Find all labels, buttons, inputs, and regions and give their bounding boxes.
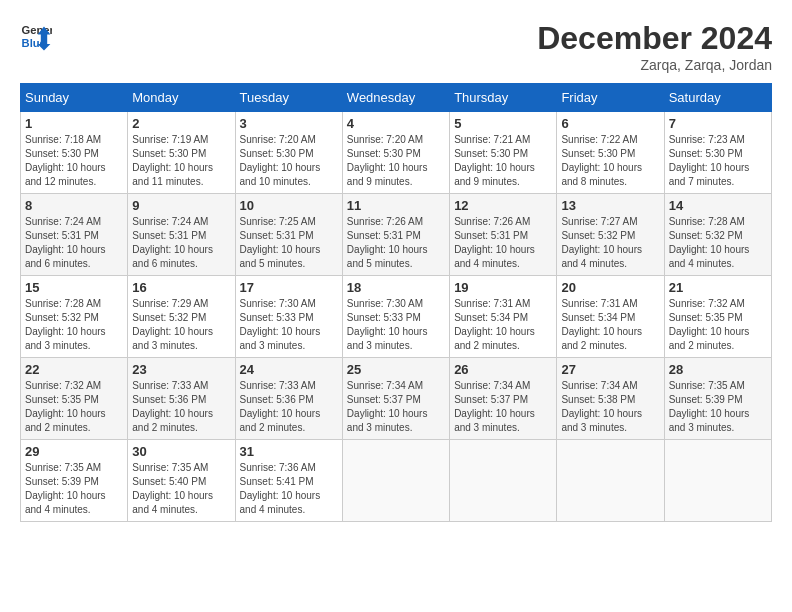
day-info: Sunrise: 7:30 AM Sunset: 5:33 PM Dayligh… <box>347 297 445 353</box>
day-number: 5 <box>454 116 552 131</box>
day-number: 2 <box>132 116 230 131</box>
calendar-cell <box>557 440 664 522</box>
day-info: Sunrise: 7:28 AM Sunset: 5:32 PM Dayligh… <box>669 215 767 271</box>
day-number: 23 <box>132 362 230 377</box>
calendar-week-1: 1 Sunrise: 7:18 AM Sunset: 5:30 PM Dayli… <box>21 112 772 194</box>
calendar-header-row: SundayMondayTuesdayWednesdayThursdayFrid… <box>21 84 772 112</box>
calendar-cell: 2 Sunrise: 7:19 AM Sunset: 5:30 PM Dayli… <box>128 112 235 194</box>
calendar-table: SundayMondayTuesdayWednesdayThursdayFrid… <box>20 83 772 522</box>
calendar-cell: 29 Sunrise: 7:35 AM Sunset: 5:39 PM Dayl… <box>21 440 128 522</box>
day-info: Sunrise: 7:32 AM Sunset: 5:35 PM Dayligh… <box>25 379 123 435</box>
day-number: 4 <box>347 116 445 131</box>
day-info: Sunrise: 7:25 AM Sunset: 5:31 PM Dayligh… <box>240 215 338 271</box>
day-info: Sunrise: 7:34 AM Sunset: 5:38 PM Dayligh… <box>561 379 659 435</box>
day-number: 21 <box>669 280 767 295</box>
calendar-cell <box>342 440 449 522</box>
month-title: December 2024 <box>537 20 772 57</box>
calendar-cell: 24 Sunrise: 7:33 AM Sunset: 5:36 PM Dayl… <box>235 358 342 440</box>
location: Zarqa, Zarqa, Jordan <box>537 57 772 73</box>
calendar-cell: 6 Sunrise: 7:22 AM Sunset: 5:30 PM Dayli… <box>557 112 664 194</box>
calendar-cell: 4 Sunrise: 7:20 AM Sunset: 5:30 PM Dayli… <box>342 112 449 194</box>
day-number: 10 <box>240 198 338 213</box>
calendar-cell: 19 Sunrise: 7:31 AM Sunset: 5:34 PM Dayl… <box>450 276 557 358</box>
day-info: Sunrise: 7:33 AM Sunset: 5:36 PM Dayligh… <box>240 379 338 435</box>
calendar-cell: 21 Sunrise: 7:32 AM Sunset: 5:35 PM Dayl… <box>664 276 771 358</box>
page-header: General Blue December 2024 Zarqa, Zarqa,… <box>20 20 772 73</box>
day-number: 31 <box>240 444 338 459</box>
calendar-cell: 31 Sunrise: 7:36 AM Sunset: 5:41 PM Dayl… <box>235 440 342 522</box>
day-info: Sunrise: 7:35 AM Sunset: 5:40 PM Dayligh… <box>132 461 230 517</box>
calendar-cell: 25 Sunrise: 7:34 AM Sunset: 5:37 PM Dayl… <box>342 358 449 440</box>
day-number: 12 <box>454 198 552 213</box>
day-number: 8 <box>25 198 123 213</box>
logo-icon: General Blue <box>20 20 52 52</box>
calendar-cell: 10 Sunrise: 7:25 AM Sunset: 5:31 PM Dayl… <box>235 194 342 276</box>
weekday-header-tuesday: Tuesday <box>235 84 342 112</box>
calendar-week-5: 29 Sunrise: 7:35 AM Sunset: 5:39 PM Dayl… <box>21 440 772 522</box>
day-info: Sunrise: 7:20 AM Sunset: 5:30 PM Dayligh… <box>240 133 338 189</box>
calendar-week-3: 15 Sunrise: 7:28 AM Sunset: 5:32 PM Dayl… <box>21 276 772 358</box>
calendar-body: 1 Sunrise: 7:18 AM Sunset: 5:30 PM Dayli… <box>21 112 772 522</box>
weekday-header-thursday: Thursday <box>450 84 557 112</box>
day-number: 15 <box>25 280 123 295</box>
day-number: 19 <box>454 280 552 295</box>
weekday-header-friday: Friday <box>557 84 664 112</box>
day-number: 17 <box>240 280 338 295</box>
day-number: 28 <box>669 362 767 377</box>
calendar-cell: 5 Sunrise: 7:21 AM Sunset: 5:30 PM Dayli… <box>450 112 557 194</box>
calendar-cell: 20 Sunrise: 7:31 AM Sunset: 5:34 PM Dayl… <box>557 276 664 358</box>
calendar-cell: 1 Sunrise: 7:18 AM Sunset: 5:30 PM Dayli… <box>21 112 128 194</box>
day-info: Sunrise: 7:26 AM Sunset: 5:31 PM Dayligh… <box>347 215 445 271</box>
calendar-cell: 3 Sunrise: 7:20 AM Sunset: 5:30 PM Dayli… <box>235 112 342 194</box>
calendar-cell: 18 Sunrise: 7:30 AM Sunset: 5:33 PM Dayl… <box>342 276 449 358</box>
day-info: Sunrise: 7:34 AM Sunset: 5:37 PM Dayligh… <box>454 379 552 435</box>
calendar-cell: 15 Sunrise: 7:28 AM Sunset: 5:32 PM Dayl… <box>21 276 128 358</box>
calendar-cell: 23 Sunrise: 7:33 AM Sunset: 5:36 PM Dayl… <box>128 358 235 440</box>
day-number: 29 <box>25 444 123 459</box>
day-number: 24 <box>240 362 338 377</box>
day-info: Sunrise: 7:21 AM Sunset: 5:30 PM Dayligh… <box>454 133 552 189</box>
calendar-cell: 7 Sunrise: 7:23 AM Sunset: 5:30 PM Dayli… <box>664 112 771 194</box>
day-number: 3 <box>240 116 338 131</box>
day-number: 18 <box>347 280 445 295</box>
weekday-header-wednesday: Wednesday <box>342 84 449 112</box>
weekday-header-monday: Monday <box>128 84 235 112</box>
day-number: 7 <box>669 116 767 131</box>
day-info: Sunrise: 7:24 AM Sunset: 5:31 PM Dayligh… <box>132 215 230 271</box>
day-number: 20 <box>561 280 659 295</box>
calendar-cell: 8 Sunrise: 7:24 AM Sunset: 5:31 PM Dayli… <box>21 194 128 276</box>
day-number: 22 <box>25 362 123 377</box>
day-number: 14 <box>669 198 767 213</box>
day-info: Sunrise: 7:29 AM Sunset: 5:32 PM Dayligh… <box>132 297 230 353</box>
calendar-cell: 17 Sunrise: 7:30 AM Sunset: 5:33 PM Dayl… <box>235 276 342 358</box>
day-number: 13 <box>561 198 659 213</box>
calendar-cell: 28 Sunrise: 7:35 AM Sunset: 5:39 PM Dayl… <box>664 358 771 440</box>
day-info: Sunrise: 7:18 AM Sunset: 5:30 PM Dayligh… <box>25 133 123 189</box>
day-number: 1 <box>25 116 123 131</box>
day-info: Sunrise: 7:34 AM Sunset: 5:37 PM Dayligh… <box>347 379 445 435</box>
day-info: Sunrise: 7:31 AM Sunset: 5:34 PM Dayligh… <box>454 297 552 353</box>
calendar-cell: 22 Sunrise: 7:32 AM Sunset: 5:35 PM Dayl… <box>21 358 128 440</box>
day-number: 26 <box>454 362 552 377</box>
calendar-cell: 27 Sunrise: 7:34 AM Sunset: 5:38 PM Dayl… <box>557 358 664 440</box>
day-info: Sunrise: 7:36 AM Sunset: 5:41 PM Dayligh… <box>240 461 338 517</box>
calendar-cell: 9 Sunrise: 7:24 AM Sunset: 5:31 PM Dayli… <box>128 194 235 276</box>
weekday-header-sunday: Sunday <box>21 84 128 112</box>
calendar-cell: 11 Sunrise: 7:26 AM Sunset: 5:31 PM Dayl… <box>342 194 449 276</box>
day-info: Sunrise: 7:35 AM Sunset: 5:39 PM Dayligh… <box>669 379 767 435</box>
day-number: 27 <box>561 362 659 377</box>
calendar-week-2: 8 Sunrise: 7:24 AM Sunset: 5:31 PM Dayli… <box>21 194 772 276</box>
day-info: Sunrise: 7:22 AM Sunset: 5:30 PM Dayligh… <box>561 133 659 189</box>
calendar-cell: 26 Sunrise: 7:34 AM Sunset: 5:37 PM Dayl… <box>450 358 557 440</box>
weekday-header-saturday: Saturday <box>664 84 771 112</box>
day-number: 30 <box>132 444 230 459</box>
day-info: Sunrise: 7:30 AM Sunset: 5:33 PM Dayligh… <box>240 297 338 353</box>
day-number: 16 <box>132 280 230 295</box>
calendar-cell <box>664 440 771 522</box>
title-block: December 2024 Zarqa, Zarqa, Jordan <box>537 20 772 73</box>
svg-text:General: General <box>22 24 52 36</box>
day-info: Sunrise: 7:33 AM Sunset: 5:36 PM Dayligh… <box>132 379 230 435</box>
day-info: Sunrise: 7:26 AM Sunset: 5:31 PM Dayligh… <box>454 215 552 271</box>
day-number: 6 <box>561 116 659 131</box>
calendar-cell: 13 Sunrise: 7:27 AM Sunset: 5:32 PM Dayl… <box>557 194 664 276</box>
